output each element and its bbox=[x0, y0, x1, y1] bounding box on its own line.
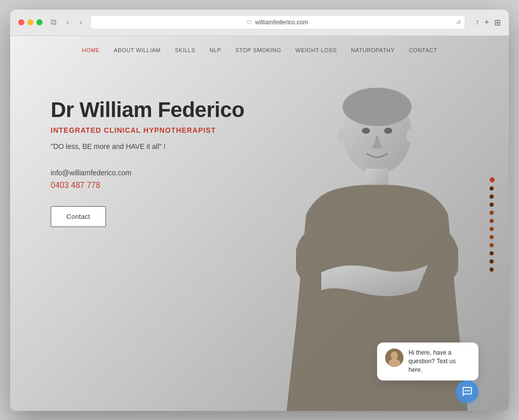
svg-point-12 bbox=[468, 390, 470, 391]
hero-section: Dr William Federico INTEGRATED CLINICAL … bbox=[10, 62, 509, 387]
share-button[interactable]: ↑ bbox=[475, 18, 479, 27]
scroll-dot-2[interactable] bbox=[490, 186, 494, 190]
nav-home[interactable]: HOME bbox=[82, 47, 100, 53]
hero-email: info@williamfederico.com bbox=[51, 169, 284, 177]
scroll-dot-1[interactable] bbox=[490, 177, 495, 182]
scroll-dots bbox=[490, 177, 495, 272]
shield-icon: 🛡 bbox=[247, 20, 252, 25]
svg-point-4 bbox=[384, 128, 392, 134]
svg-point-11 bbox=[467, 390, 468, 391]
address-bar[interactable]: 🛡 williamfederico.com ↺ bbox=[90, 15, 465, 29]
chat-message: Hi there, have a question? Text us here. bbox=[409, 349, 470, 374]
svg-point-5 bbox=[338, 129, 348, 143]
forward-button[interactable]: › bbox=[77, 17, 84, 28]
scroll-dot-5[interactable] bbox=[490, 211, 494, 215]
hero-name: Dr William Federico bbox=[51, 98, 284, 122]
browser-actions: ↑ + ⊞ bbox=[475, 18, 501, 27]
nav-naturopathy[interactable]: NATUROPATHY bbox=[351, 47, 394, 53]
main-navigation: HOME ABOUT WILLIAM SKILLS NLP STOP SMOKI… bbox=[10, 36, 509, 62]
grid-button[interactable]: ⊞ bbox=[494, 18, 501, 27]
maximize-button[interactable] bbox=[36, 19, 43, 25]
nav-weight-loss[interactable]: WEIGHT LOSS bbox=[295, 47, 337, 53]
hero-quote: "DO less, BE more and HAVE it all" ! bbox=[51, 142, 284, 150]
svg-point-1 bbox=[343, 88, 412, 126]
scroll-dot-8[interactable] bbox=[490, 235, 494, 239]
window-icon[interactable]: ⧉ bbox=[49, 17, 58, 28]
nav-contact[interactable]: CONTACT bbox=[409, 47, 437, 53]
traffic-lights bbox=[18, 19, 43, 25]
back-button[interactable]: ‹ bbox=[64, 17, 71, 28]
refresh-icon: ↺ bbox=[456, 19, 461, 26]
url-text: williamfederico.com bbox=[255, 19, 308, 26]
svg-point-3 bbox=[362, 128, 370, 134]
browser-window: ⧉ ‹ › 🛡 williamfederico.com ↺ ↑ + ⊞ HOME… bbox=[10, 10, 509, 411]
chat-avatar bbox=[385, 349, 403, 367]
nav-about[interactable]: ABOUT WILLIAM bbox=[114, 47, 161, 53]
scroll-dot-6[interactable] bbox=[490, 219, 494, 223]
svg-point-6 bbox=[406, 129, 417, 143]
hero-phone: 0403 487 778 bbox=[51, 181, 284, 190]
nav-nlp[interactable]: NLP bbox=[209, 47, 221, 53]
nav-skills[interactable]: SKILLS bbox=[175, 47, 195, 53]
close-button[interactable] bbox=[18, 19, 24, 25]
hero-title: INTEGRATED CLINICAL HYPNOTHERAPIST bbox=[51, 126, 284, 134]
chat-bubble[interactable]: Hi there, have a question? Text us here. bbox=[377, 342, 478, 380]
scroll-dot-12[interactable] bbox=[490, 268, 494, 272]
nav-stop-smoking[interactable]: STOP SMOKING bbox=[235, 47, 281, 53]
scroll-dot-11[interactable] bbox=[490, 259, 494, 263]
chat-button[interactable] bbox=[456, 380, 478, 403]
scroll-dot-4[interactable] bbox=[490, 203, 494, 207]
new-tab-button[interactable]: + bbox=[485, 18, 489, 27]
scroll-dot-7[interactable] bbox=[490, 227, 494, 231]
minimize-button[interactable] bbox=[27, 19, 33, 25]
contact-button[interactable]: Contact bbox=[51, 206, 106, 227]
hero-content: Dr William Federico INTEGRATED CLINICAL … bbox=[51, 83, 284, 387]
scroll-dot-10[interactable] bbox=[490, 251, 494, 255]
svg-point-10 bbox=[465, 390, 466, 391]
svg-point-8 bbox=[391, 352, 398, 360]
scroll-dot-3[interactable] bbox=[490, 195, 494, 199]
browser-chrome: ⧉ ‹ › 🛡 williamfederico.com ↺ ↑ + ⊞ bbox=[10, 10, 509, 36]
scroll-dot-9[interactable] bbox=[490, 243, 494, 247]
website: HOME ABOUT WILLIAM SKILLS NLP STOP SMOKI… bbox=[10, 36, 509, 411]
